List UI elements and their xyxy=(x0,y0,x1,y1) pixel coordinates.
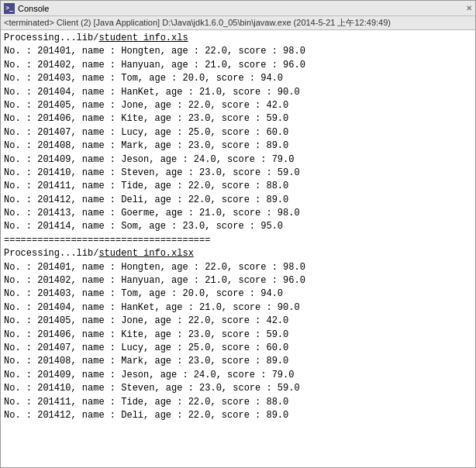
table-row: No. : 201412, name : Deli, age : 22.0, s… xyxy=(4,194,472,207)
table-row: No. : 201410, name : Steven, age : 23.0,… xyxy=(4,167,472,180)
file-link-1[interactable]: student_info.xls xyxy=(98,33,188,43)
table-row: No. : 201403, name : Tom, age : 20.0, sc… xyxy=(4,72,472,85)
table-row: No. : 201403, name : Tom, age : 20.0, sc… xyxy=(4,287,472,301)
console-icon: >_ xyxy=(4,3,15,14)
table-row: No. : 201408, name : Mark, age : 23.0, s… xyxy=(4,355,472,368)
table-row: No. : 201411, name : Tide, age : 22.0, s… xyxy=(4,180,472,193)
table-row: No. : 201405, name : Jone, age : 22.0, s… xyxy=(4,315,472,328)
console-window: >_ Console ✕ <terminated> Client (2) [Ja… xyxy=(0,0,476,468)
status-text: <terminated> Client (2) [Java Applicatio… xyxy=(4,17,391,29)
table-row: No. : 201405, name : Jone, age : 22.0, s… xyxy=(4,99,472,112)
processing-prefix-1: Processing...lib/student_info.xls xyxy=(4,32,188,45)
status-bar: <terminated> Client (2) [Java Applicatio… xyxy=(1,16,475,30)
processing-line-2: Processing...lib/student_info.xlsx xyxy=(4,247,472,260)
records-section-2: No. : 201401, name : Hongten, age : 22.0… xyxy=(4,261,472,423)
table-row: No. : 201401, name : Hongten, age : 22.0… xyxy=(4,45,472,58)
separator-1: ===================================== xyxy=(4,234,472,247)
processing-prefix-2: Processing...lib/student_info.xlsx xyxy=(4,247,194,260)
title-bar: >_ Console ✕ xyxy=(1,1,475,16)
table-row: No. : 201407, name : Lucy, age : 25.0, s… xyxy=(4,342,472,355)
table-row: No. : 201402, name : Hanyuan, age : 21.0… xyxy=(4,274,472,287)
table-row: No. : 201404, name : HanKet, age : 21.0,… xyxy=(4,86,472,99)
close-icon[interactable]: ✕ xyxy=(466,4,472,12)
table-row: No. : 201410, name : Steven, age : 23.0,… xyxy=(4,382,472,395)
table-row: No. : 201414, name : Som, age : 23.0, sc… xyxy=(4,220,472,233)
console-output[interactable]: Processing...lib/student_info.xls No. : … xyxy=(1,30,475,467)
table-row: No. : 201406, name : Kite, age : 23.0, s… xyxy=(4,329,472,342)
table-row: No. : 201402, name : Hanyuan, age : 21.0… xyxy=(4,59,472,72)
table-row: No. : 201409, name : Jeson, age : 24.0, … xyxy=(4,369,472,382)
table-row: No. : 201407, name : Lucy, age : 25.0, s… xyxy=(4,126,472,139)
table-row: No. : 201404, name : HanKet, age : 21.0,… xyxy=(4,301,472,315)
table-row: No. : 201401, name : Hongten, age : 22.0… xyxy=(4,261,472,274)
table-row: No. : 201408, name : Mark, age : 23.0, s… xyxy=(4,139,472,153)
title-bar-text: Console xyxy=(18,4,463,13)
table-row: No. : 201406, name : Kite, age : 23.0, s… xyxy=(4,112,472,126)
file-link-2[interactable]: student_info.xlsx xyxy=(98,248,193,259)
table-row: No. : 201411, name : Tide, age : 22.0, s… xyxy=(4,396,472,409)
processing-line-1: Processing...lib/student_info.xls xyxy=(4,32,472,45)
table-row: No. : 201409, name : Jeson, age : 24.0, … xyxy=(4,153,472,167)
table-row: No. : 201413, name : Goerme, age : 21.0,… xyxy=(4,207,472,220)
table-row: No. : 201412, name : Deli, age : 22.0, s… xyxy=(4,409,472,422)
records-section-1: No. : 201401, name : Hongten, age : 22.0… xyxy=(4,45,472,233)
